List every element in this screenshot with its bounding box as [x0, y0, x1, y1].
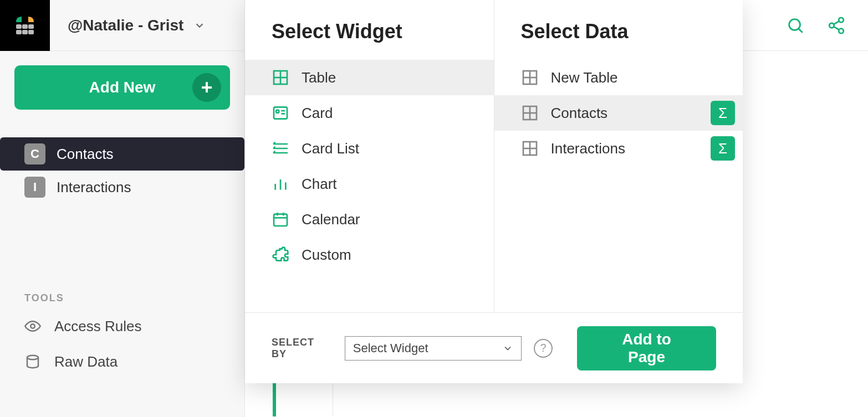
- page-initial: I: [24, 177, 45, 198]
- table-icon: [521, 140, 539, 157]
- table-icon: [521, 104, 539, 122]
- add-new-label: Add New: [89, 79, 156, 96]
- data-option-interactions[interactable]: Interactions Σ: [494, 131, 743, 166]
- widget-option-label: Custom: [302, 246, 351, 264]
- sidebar-header: @Natalie - Grist: [0, 0, 244, 51]
- widget-option-label: Chart: [302, 176, 337, 193]
- select-data-column: Select Data New Table Contacts Σ Interac…: [494, 0, 743, 312]
- select-widget-header: Select Widget: [272, 20, 494, 43]
- svg-line-13: [834, 21, 839, 24]
- document-name: @Natalie - Grist: [68, 17, 183, 34]
- svg-point-8: [789, 19, 800, 30]
- svg-rect-18: [274, 107, 287, 119]
- widget-option-custom[interactable]: Custom: [245, 237, 494, 272]
- widget-option-label: Table: [302, 69, 336, 86]
- chart-icon: [272, 175, 289, 193]
- widget-option-label: Card: [302, 105, 333, 122]
- widget-option-table[interactable]: Table: [245, 60, 494, 95]
- calendar-icon: [272, 210, 289, 228]
- chevron-down-icon: [502, 343, 513, 354]
- svg-point-12: [839, 28, 844, 33]
- plus-icon: +: [192, 73, 221, 102]
- add-widget-modal: Select Widget Table Card Card List: [245, 0, 743, 383]
- sidebar: @Natalie - Grist Add New + C Contacts I …: [0, 0, 245, 417]
- svg-rect-4: [22, 30, 28, 34]
- add-to-page-label: Add to Page: [622, 331, 671, 365]
- add-new-button[interactable]: Add New +: [14, 65, 230, 110]
- tools-header: TOOLS: [24, 292, 244, 304]
- page-label: Interactions: [57, 179, 131, 196]
- share-icon[interactable]: [827, 16, 846, 35]
- svg-line-9: [799, 28, 803, 32]
- svg-point-6: [30, 324, 35, 328]
- page-item-contacts[interactable]: C Contacts: [0, 137, 244, 171]
- page-label: Contacts: [57, 146, 114, 163]
- pages-nav: C Contacts I Interactions: [0, 137, 244, 204]
- cylinder-icon: [24, 353, 41, 370]
- data-option-label: New Table: [551, 69, 618, 86]
- svg-rect-2: [28, 24, 34, 29]
- svg-line-14: [834, 27, 839, 30]
- data-option-new-table[interactable]: New Table: [494, 60, 743, 95]
- chevron-down-icon: [193, 19, 206, 32]
- widget-option-label: Calendar: [302, 211, 360, 228]
- widget-option-label: Card List: [302, 140, 359, 157]
- cardlist-icon: [272, 140, 289, 157]
- select-by-value: Select Widget: [353, 341, 428, 356]
- svg-point-10: [839, 17, 844, 22]
- svg-point-19: [276, 110, 279, 113]
- svg-point-11: [829, 23, 834, 28]
- help-icon[interactable]: ?: [534, 339, 553, 358]
- grist-logo-icon: [12, 12, 38, 39]
- sigma-icon[interactable]: Σ: [711, 136, 735, 161]
- widget-option-card[interactable]: Card: [245, 95, 494, 131]
- tool-label: Raw Data: [54, 353, 118, 370]
- page-initial: C: [24, 143, 45, 164]
- modal-footer: SELECT BY Select Widget ? Add to Page: [245, 312, 743, 383]
- svg-rect-1: [22, 24, 28, 29]
- eye-icon: [24, 318, 41, 334]
- puzzle-icon: [272, 246, 289, 264]
- widget-option-chart[interactable]: Chart: [245, 166, 494, 202]
- add-to-page-button[interactable]: Add to Page: [577, 326, 716, 370]
- svg-rect-0: [16, 24, 22, 29]
- svg-rect-3: [16, 30, 22, 34]
- table-icon: [521, 69, 539, 86]
- select-by-label: SELECT BY: [272, 337, 333, 360]
- search-icon[interactable]: [786, 16, 805, 35]
- select-data-header: Select Data: [521, 20, 743, 43]
- view-divider: [333, 383, 333, 416]
- widget-option-calendar[interactable]: Calendar: [245, 202, 494, 237]
- svg-point-7: [27, 356, 38, 360]
- widget-option-cardlist[interactable]: Card List: [245, 131, 494, 166]
- data-option-contacts[interactable]: Contacts Σ: [494, 95, 743, 131]
- table-icon: [272, 69, 289, 86]
- app-logo[interactable]: [0, 0, 50, 51]
- data-option-label: Contacts: [551, 105, 608, 122]
- tool-raw-data[interactable]: Raw Data: [0, 344, 244, 379]
- main-area: Select Widget Table Card Card List: [245, 0, 868, 417]
- select-widget-column: Select Widget Table Card Card List: [245, 0, 494, 312]
- tool-access-rules[interactable]: Access Rules: [0, 308, 244, 344]
- select-by-dropdown[interactable]: Select Widget: [345, 336, 522, 361]
- svg-rect-25: [274, 214, 287, 226]
- sigma-icon[interactable]: Σ: [711, 101, 735, 125]
- document-name-dropdown[interactable]: @Natalie - Grist: [50, 17, 244, 34]
- data-option-label: Interactions: [551, 140, 625, 157]
- page-item-interactions[interactable]: I Interactions: [0, 171, 244, 204]
- card-icon: [272, 104, 289, 122]
- svg-rect-5: [28, 30, 34, 34]
- tool-label: Access Rules: [54, 318, 142, 335]
- view-cursor: [273, 383, 276, 416]
